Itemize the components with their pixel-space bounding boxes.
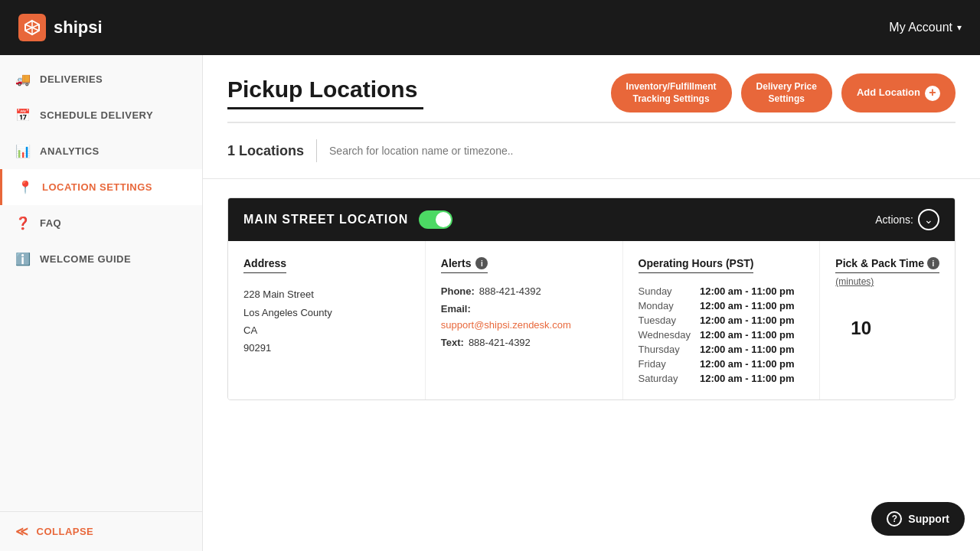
logo-text: shipsi <box>54 18 103 37</box>
day-label: Monday <box>639 300 691 311</box>
search-input[interactable] <box>329 139 956 163</box>
hours-value: 12:00 am - 11:00 pm <box>700 329 804 341</box>
locations-count: 1 Locations <box>227 143 304 159</box>
actions-chevron-icon: ⌄ <box>918 209 939 230</box>
my-account-label: My Account <box>889 21 952 34</box>
day-label: Wednesday <box>639 329 691 341</box>
address-state: CA <box>243 321 410 339</box>
hours-value: 12:00 am - 11:00 pm <box>700 300 804 311</box>
pick-pack-section: Pick & Pack Time i (minutes) 10 <box>820 241 955 399</box>
location-card: MAIN STREET LOCATION Actions: ⌄ Address … <box>227 197 956 400</box>
email-label: Email: <box>441 303 607 315</box>
sidebar-item-label: FAQ <box>40 217 61 229</box>
hours-value: 12:00 am - 11:00 pm <box>700 358 804 370</box>
sidebar-item-faq[interactable]: ❓ FAQ <box>0 205 202 241</box>
sidebar-item-deliveries[interactable]: 🚚 Deliveries <box>0 61 202 97</box>
page-title: Pickup Locations <box>227 77 417 103</box>
actions-button[interactable]: Actions: ⌄ <box>875 209 939 230</box>
address-title: Address <box>243 257 286 273</box>
sidebar-item-label: Location Settings <box>42 181 152 193</box>
pick-pack-subtitle: (minutes) <box>835 276 874 287</box>
pick-pack-title: Pick & Pack Time i (minutes) <box>835 257 939 290</box>
inventory-tracking-button[interactable]: Inventory/Fulfillment Tracking Settings <box>611 73 732 112</box>
operating-hours-title: Operating Hours (PST) <box>639 257 754 273</box>
collapse-label: COLLAPSE <box>37 526 94 537</box>
alerts-info-icon: i <box>475 257 488 269</box>
alert-phone-row: Phone: 888-421-4392 <box>441 285 607 297</box>
sidebar-item-label: Analytics <box>40 145 100 157</box>
location-toggle[interactable] <box>419 210 452 229</box>
address-section: Address 228 Main Street Los Angeles Coun… <box>228 241 426 399</box>
collapse-icon: ≪ <box>15 524 29 539</box>
locations-bar: 1 Locations <box>203 123 980 179</box>
day-label: Tuesday <box>639 315 691 326</box>
delivery-price-button[interactable]: Delivery Price Settings <box>741 73 832 112</box>
sidebar-nav: 🚚 Deliveries 📅 Schedule Delivery 📊 Analy… <box>0 55 202 511</box>
sidebar-item-label: Welcome Guide <box>40 253 131 265</box>
alert-text-row: Text: 888-421-4392 <box>441 337 607 348</box>
day-label: Saturday <box>639 373 691 384</box>
add-location-label: Add Location <box>857 86 920 99</box>
location-card-body: Address 228 Main Street Los Angeles Coun… <box>228 241 955 399</box>
email-value[interactable]: support@shipsi.zendesk.com <box>441 319 607 331</box>
chevron-down-icon: ▾ <box>957 22 962 33</box>
app-header: shipsi My Account ▾ <box>0 0 980 55</box>
address-county: Los Angeles County <box>243 304 410 321</box>
main-layout: 🚚 Deliveries 📅 Schedule Delivery 📊 Analy… <box>0 55 980 551</box>
logo: shipsi <box>18 14 103 41</box>
sidebar-item-schedule-delivery[interactable]: 📅 Schedule Delivery <box>0 97 202 133</box>
sidebar-item-location-settings[interactable]: 📍 Location Settings <box>0 169 202 205</box>
plus-icon: + <box>925 86 940 101</box>
phone-value: 888-421-4392 <box>479 285 541 297</box>
day-label: Sunday <box>639 285 691 297</box>
support-button[interactable]: ? Support <box>871 502 965 536</box>
support-icon: ? <box>887 511 902 527</box>
add-location-button[interactable]: Add Location + <box>841 73 956 112</box>
main-content: Pickup Locations Inventory/Fulfillment T… <box>203 55 980 551</box>
collapse-button[interactable]: ≪ COLLAPSE <box>0 511 202 551</box>
sidebar: 🚚 Deliveries 📅 Schedule Delivery 📊 Analy… <box>0 55 203 551</box>
page-title-tab: Pickup Locations <box>227 77 423 109</box>
faq-icon: ❓ <box>15 216 31 230</box>
text-value: 888-421-4392 <box>469 337 531 348</box>
hours-value: 12:00 am - 11:00 pm <box>700 344 804 355</box>
support-label: Support <box>908 513 949 525</box>
text-label: Text: <box>441 337 464 348</box>
phone-label: Phone: <box>441 285 475 297</box>
analytics-icon: 📊 <box>15 144 31 158</box>
location-icon: 📍 <box>18 180 33 194</box>
alert-email-row: Email: support@shipsi.zendesk.com <box>441 303 607 331</box>
page-header: Pickup Locations Inventory/Fulfillment T… <box>203 55 980 112</box>
alerts-section: Alerts i Phone: 888-421-4392 Email: supp… <box>426 241 623 399</box>
schedule-icon: 📅 <box>15 108 31 122</box>
hours-grid: Sunday12:00 am - 11:00 pmMonday12:00 am … <box>639 285 805 384</box>
operating-hours-section: Operating Hours (PST) Sunday12:00 am - 1… <box>623 241 821 399</box>
my-account-menu[interactable]: My Account ▾ <box>889 21 962 34</box>
alerts-title: Alerts i <box>441 257 488 273</box>
actions-label: Actions: <box>875 214 913 226</box>
day-label: Friday <box>639 358 691 370</box>
sidebar-item-welcome-guide[interactable]: ℹ️ Welcome Guide <box>0 241 202 277</box>
hours-value: 12:00 am - 11:00 pm <box>700 315 804 326</box>
pick-pack-value: 10 <box>835 302 939 354</box>
sidebar-item-analytics[interactable]: 📊 Analytics <box>0 133 202 169</box>
pick-pack-info-icon: i <box>927 257 939 269</box>
hours-value: 12:00 am - 11:00 pm <box>700 373 804 384</box>
location-name: MAIN STREET LOCATION <box>243 213 408 227</box>
locations-bar-divider <box>316 139 317 162</box>
address-street: 228 Main Street <box>243 285 410 303</box>
location-card-header: MAIN STREET LOCATION Actions: ⌄ <box>228 198 955 241</box>
deliveries-icon: 🚚 <box>15 72 31 86</box>
logo-icon <box>18 14 46 41</box>
day-label: Thursday <box>639 344 691 355</box>
hours-value: 12:00 am - 11:00 pm <box>700 285 804 297</box>
sidebar-item-label: Deliveries <box>40 73 103 85</box>
address-zip: 90291 <box>243 339 410 357</box>
address-text: 228 Main Street Los Angeles County CA 90… <box>243 285 410 357</box>
info-icon: ℹ️ <box>15 252 31 266</box>
sidebar-item-label: Schedule Delivery <box>40 109 153 121</box>
header-buttons: Inventory/Fulfillment Tracking Settings … <box>611 73 956 112</box>
